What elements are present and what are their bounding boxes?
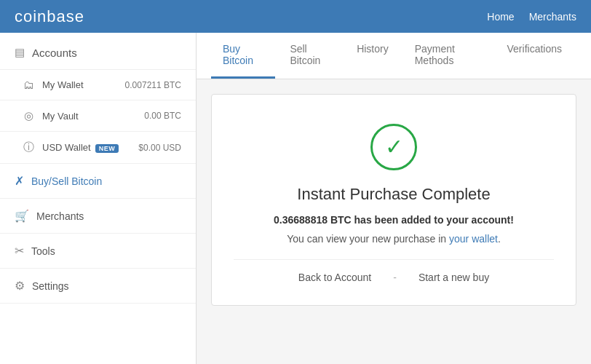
- sidebar-item-my-vault[interactable]: ◎ My Vault 0.00 BTC: [0, 100, 196, 132]
- tools-icon: ✂: [15, 244, 24, 258]
- vault-icon: ◎: [22, 109, 35, 122]
- wallet-value: 0.007211 BTC: [125, 80, 181, 90]
- merchants-icon: 🛒: [15, 209, 29, 223]
- vault-name: My Vault: [42, 111, 144, 122]
- tab-buy-bitcoin[interactable]: Buy Bitcoin: [211, 33, 275, 79]
- exchange-icon: ✗: [15, 174, 24, 188]
- your-wallet-link[interactable]: your wallet: [449, 233, 498, 245]
- success-sub: You can view your new purchase in your w…: [234, 233, 554, 245]
- tab-sell-bitcoin[interactable]: Sell Bitcoin: [278, 33, 342, 79]
- view-text-before: You can view your new purchase in: [287, 233, 449, 245]
- tools-label: Tools: [31, 245, 55, 257]
- card-divider: [234, 259, 554, 260]
- tab-history[interactable]: History: [345, 33, 400, 79]
- sidebar-item-tools[interactable]: ✂ Tools: [0, 234, 196, 269]
- nav-home[interactable]: Home: [487, 11, 514, 23]
- checkmark-icon: ✓: [385, 136, 403, 158]
- nav-merchants[interactable]: Merchants: [529, 11, 576, 23]
- sidebar-accounts-header: ▤ Accounts: [0, 33, 196, 70]
- sidebar: ▤ Accounts 🗂 My Wallet 0.007211 BTC ◎ My…: [0, 33, 197, 364]
- success-title: Instant Purchase Complete: [234, 185, 554, 204]
- tab-verifications[interactable]: Verifications: [496, 33, 574, 79]
- buy-sell-label: Buy/Sell Bitcoin: [31, 175, 102, 187]
- vault-value: 0.00 BTC: [144, 111, 181, 121]
- start-new-buy-link[interactable]: Start a new buy: [419, 272, 489, 283]
- tab-payment-methods[interactable]: Payment Methods: [403, 33, 493, 79]
- folder-icon: ▤: [15, 46, 25, 59]
- accounts-label: Accounts: [32, 47, 77, 59]
- merchants-label: Merchants: [36, 210, 84, 222]
- tabs: Buy Bitcoin Sell Bitcoin History Payment…: [197, 33, 591, 79]
- logo: coinbase: [15, 7, 84, 26]
- main-content: Buy Bitcoin Sell Bitcoin History Payment…: [197, 33, 591, 364]
- success-card: ✓ Instant Purchase Complete 0.36688818 B…: [211, 94, 576, 306]
- wallet-name: My Wallet: [42, 79, 125, 90]
- sidebar-item-settings[interactable]: ⚙ Settings: [0, 269, 196, 304]
- usd-icon: ⓘ: [22, 141, 35, 154]
- success-amount: 0.36688818 BTC has been added to your ac…: [234, 214, 554, 226]
- back-to-account-link[interactable]: Back to Account: [298, 272, 371, 283]
- layout: ▤ Accounts 🗂 My Wallet 0.007211 BTC ◎ My…: [0, 33, 591, 364]
- success-circle: ✓: [370, 124, 417, 170]
- sidebar-item-usd-wallet[interactable]: ⓘ USD WalletNEW $0.00 USD: [0, 132, 196, 164]
- usd-wallet-name: USD WalletNEW: [42, 142, 138, 153]
- settings-label: Settings: [32, 280, 69, 292]
- sidebar-item-buy-sell[interactable]: ✗ Buy/Sell Bitcoin: [0, 164, 196, 199]
- wallet-icon: 🗂: [22, 79, 35, 91]
- nav-links: Home Merchants: [487, 11, 576, 23]
- card-actions: Back to Account - Start a new buy: [234, 272, 554, 283]
- settings-icon: ⚙: [15, 279, 25, 293]
- actions-separator: -: [393, 272, 397, 283]
- sidebar-item-merchants[interactable]: 🛒 Merchants: [0, 199, 196, 234]
- sidebar-item-my-wallet[interactable]: 🗂 My Wallet 0.007211 BTC: [0, 70, 196, 100]
- usd-wallet-value: $0.00 USD: [138, 143, 181, 153]
- view-text-after: .: [498, 233, 501, 245]
- new-badge: NEW: [95, 144, 119, 153]
- top-nav: coinbase Home Merchants: [0, 0, 591, 33]
